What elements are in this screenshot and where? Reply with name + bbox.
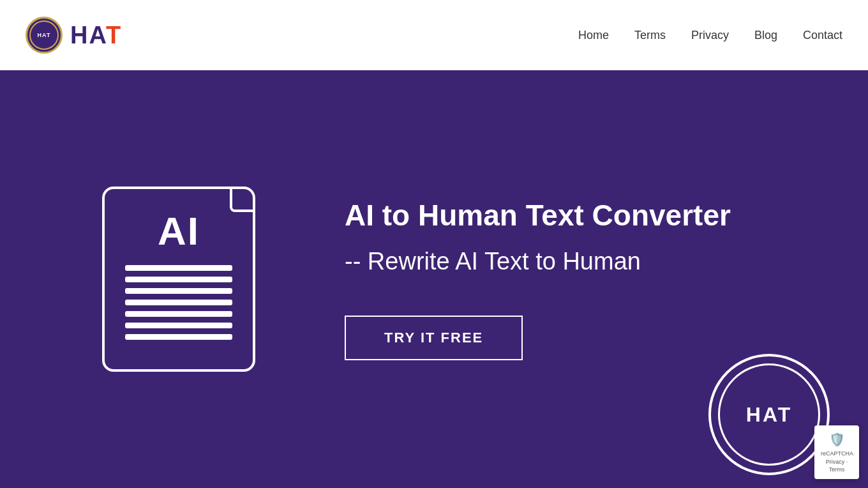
logo-icon: HAT	[26, 17, 63, 54]
nav-item-home[interactable]: Home	[578, 29, 609, 42]
try-free-button[interactable]: TRY IT FREE	[345, 316, 523, 360]
ai-document-label: AI	[158, 208, 200, 254]
logo-area: HAT HAT	[26, 17, 122, 54]
ai-line-5	[125, 311, 232, 317]
ai-document-icon: AI	[102, 187, 255, 372]
nav-item-terms[interactable]: Terms	[634, 29, 666, 42]
recaptcha-icon: 🛡️	[821, 431, 853, 448]
hero-illustration: AI	[51, 187, 306, 372]
nav-item-contact[interactable]: Contact	[803, 29, 842, 42]
logo-circle-inner: HAT	[29, 20, 59, 50]
logo-circle-text: HAT	[38, 32, 51, 38]
header: HAT HAT Home Terms Privacy Blog Contact	[0, 0, 868, 70]
recaptcha-badge: 🛡️ reCAPTCHA Privacy · Terms	[814, 425, 859, 479]
brand-name: HAT	[70, 22, 122, 49]
hero-subtitle: -- Rewrite AI Text to Human	[345, 246, 817, 277]
hat-circle-label: HAT	[746, 403, 792, 427]
ai-line-3	[125, 288, 232, 294]
recaptcha-label: reCAPTCHA	[821, 450, 853, 458]
brand-highlight: T	[106, 22, 122, 49]
recaptcha-links: Privacy · Terms	[821, 458, 853, 474]
ai-line-4	[125, 300, 232, 305]
nav-item-privacy[interactable]: Privacy	[691, 29, 729, 42]
nav-item-blog[interactable]: Blog	[754, 29, 777, 42]
main-nav: Home Terms Privacy Blog Contact	[578, 29, 842, 42]
ai-line-1	[125, 265, 232, 271]
ai-line-2	[125, 277, 232, 282]
main-content: AI AI to Human Text Converter -- Rewrite…	[0, 70, 868, 488]
ai-document-lines	[120, 265, 237, 340]
ai-line-7	[125, 334, 232, 340]
ai-line-6	[125, 323, 232, 328]
hat-circle-decoration: HAT	[708, 354, 830, 475]
doc-corner-fold	[230, 189, 253, 212]
hat-circle-inner: HAT	[718, 363, 820, 466]
hero-title: AI to Human Text Converter	[345, 198, 817, 233]
hero-text-area: AI to Human Text Converter -- Rewrite AI…	[306, 198, 817, 361]
